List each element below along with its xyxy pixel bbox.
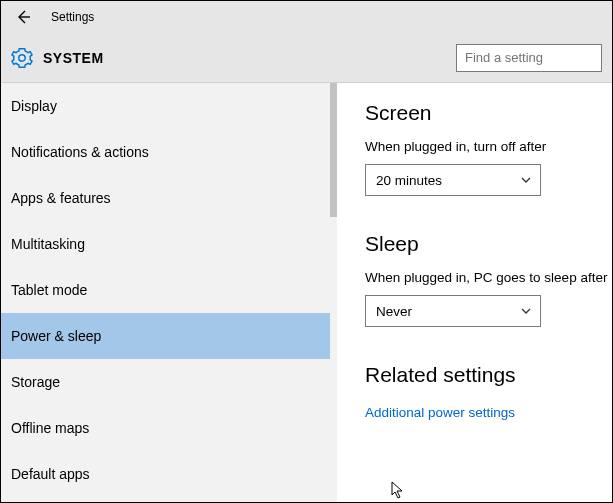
back-arrow-icon [15, 9, 31, 25]
sidebar-item-label: Offline maps [11, 420, 89, 436]
sidebar-item-label: Display [11, 98, 57, 114]
sidebar: DisplayNotifications & actionsApps & fea… [1, 83, 337, 502]
page-header: SYSTEM [1, 33, 612, 83]
sidebar-item-label: Storage [11, 374, 60, 390]
sidebar-item-tablet-mode[interactable]: Tablet mode [1, 267, 330, 313]
sleep-section-title: Sleep [365, 232, 612, 256]
sidebar-item-notifications-actions[interactable]: Notifications & actions [1, 129, 330, 175]
sleep-timeout-value: Never [376, 304, 412, 319]
sleep-plugged-label: When plugged in, PC goes to sleep after [365, 270, 612, 285]
sidebar-item-power-sleep[interactable]: Power & sleep [1, 313, 330, 359]
sidebar-scrollbar[interactable] [330, 83, 337, 502]
sidebar-item-apps-features[interactable]: Apps & features [1, 175, 330, 221]
sidebar-item-label: Tablet mode [11, 282, 87, 298]
sidebar-scrollbar-thumb[interactable] [330, 83, 337, 217]
sidebar-item-label: Power & sleep [11, 328, 101, 344]
content-area: DisplayNotifications & actionsApps & fea… [1, 83, 612, 502]
related-section-title: Related settings [365, 363, 612, 387]
sleep-timeout-dropdown[interactable]: Never [365, 295, 541, 327]
page-title: SYSTEM [43, 50, 104, 66]
additional-power-settings-link[interactable]: Additional power settings [365, 405, 515, 420]
back-button[interactable] [9, 3, 37, 31]
sidebar-item-label: Notifications & actions [11, 144, 149, 160]
screen-timeout-dropdown[interactable]: 20 minutes [365, 164, 541, 196]
screen-timeout-value: 20 minutes [376, 173, 442, 188]
sidebar-item-label: Multitasking [11, 236, 85, 252]
sidebar-item-label: Default apps [11, 466, 90, 482]
chevron-down-icon [520, 174, 532, 186]
screen-section-title: Screen [365, 101, 612, 125]
sidebar-item-storage[interactable]: Storage [1, 359, 330, 405]
sidebar-item-offline-maps[interactable]: Offline maps [1, 405, 330, 451]
sidebar-item-multitasking[interactable]: Multitasking [1, 221, 330, 267]
window-title: Settings [51, 10, 94, 24]
gear-icon [11, 47, 33, 69]
search-container [456, 44, 602, 72]
sidebar-item-display[interactable]: Display [1, 83, 330, 129]
titlebar: Settings [1, 1, 612, 33]
sidebar-item-default-apps[interactable]: Default apps [1, 451, 330, 497]
sidebar-item-label: Apps & features [11, 190, 111, 206]
search-input[interactable] [456, 44, 602, 72]
chevron-down-icon [520, 305, 532, 317]
screen-plugged-label: When plugged in, turn off after [365, 139, 612, 154]
main-panel: Screen When plugged in, turn off after 2… [337, 83, 612, 502]
